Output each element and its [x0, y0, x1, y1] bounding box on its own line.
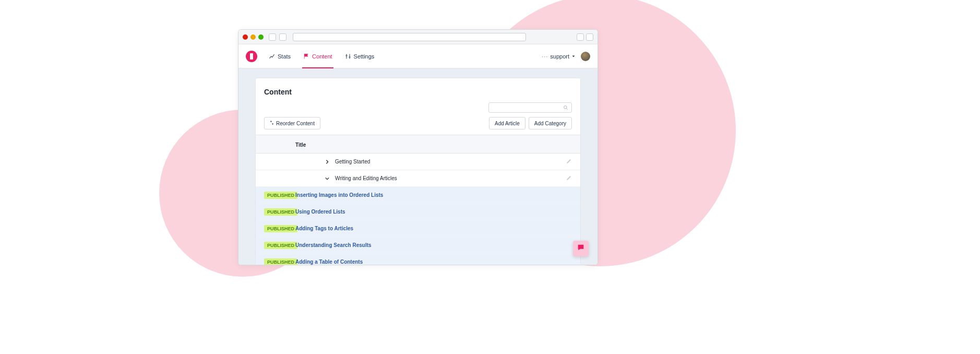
- nav-forward-button[interactable]: [279, 33, 286, 41]
- category-row[interactable]: Getting Started: [256, 154, 580, 170]
- article-title[interactable]: Understanding Search Results: [295, 242, 372, 248]
- toolbar-button-b[interactable]: [586, 33, 593, 41]
- add-category-button[interactable]: Add Category: [529, 117, 572, 129]
- reorder-label: Reorder Content: [276, 121, 315, 126]
- status-badge: PUBLISHED: [264, 225, 297, 232]
- chat-icon: [577, 243, 585, 254]
- article-row[interactable]: PUBLISHED Using Ordered Lists: [256, 204, 580, 220]
- user-avatar[interactable]: [581, 52, 590, 61]
- nav-settings[interactable]: Settings: [345, 44, 375, 68]
- article-row[interactable]: PUBLISHED Understanding Search Results: [256, 237, 580, 254]
- app-body: Content Reorder Content: [238, 68, 597, 265]
- svg-line-5: [567, 109, 568, 110]
- article-title[interactable]: Using Ordered Lists: [295, 209, 345, 215]
- maximize-window-button[interactable]: [258, 34, 264, 40]
- table-header: Title: [256, 135, 580, 154]
- nav-stats-label: Stats: [278, 53, 291, 60]
- more-icon: ···: [542, 53, 548, 60]
- add-article-label: Add Article: [495, 121, 520, 126]
- status-badge: PUBLISHED: [264, 242, 297, 249]
- chevron-right-icon: [325, 159, 330, 164]
- category-row[interactable]: Writing and Editing Articles: [256, 170, 580, 187]
- chevron-down-icon: [325, 176, 330, 181]
- edit-icon[interactable]: [566, 158, 572, 165]
- status-badge: PUBLISHED: [264, 192, 297, 199]
- add-article-button[interactable]: Add Article: [489, 117, 525, 129]
- app-logo[interactable]: [246, 51, 257, 62]
- svg-point-2: [345, 55, 346, 56]
- nav-content[interactable]: Content: [303, 44, 332, 68]
- nav-stats[interactable]: Stats: [269, 44, 291, 68]
- content-card: Content Reorder Content: [255, 78, 581, 265]
- article-row[interactable]: PUBLISHED Inserting Images into Ordered …: [256, 187, 580, 204]
- window-titlebar: [238, 30, 597, 44]
- search-input[interactable]: [488, 102, 572, 113]
- browser-window: Stats Content Settings ··· support: [238, 29, 598, 265]
- nav-settings-label: Settings: [354, 53, 375, 60]
- article-title[interactable]: Adding Tags to Articles: [295, 226, 353, 231]
- search-icon: [563, 103, 568, 112]
- status-badge: PUBLISHED: [264, 208, 297, 216]
- app-nav: Stats Content Settings ··· support: [238, 44, 597, 68]
- sliders-icon: [345, 53, 351, 60]
- article-title[interactable]: Adding a Table of Contents: [295, 259, 363, 265]
- stats-icon: [269, 53, 275, 60]
- window-controls: [243, 34, 264, 40]
- reorder-icon: [270, 120, 274, 126]
- article-row[interactable]: PUBLISHED Adding a Table of Contents: [256, 254, 580, 265]
- support-label: support: [550, 53, 569, 60]
- page-title: Content: [264, 88, 572, 96]
- svg-point-3: [349, 56, 350, 57]
- caret-down-icon: [571, 53, 576, 60]
- support-dropdown[interactable]: ··· support: [542, 53, 576, 60]
- reorder-content-button[interactable]: Reorder Content: [264, 117, 320, 129]
- nav-content-label: Content: [312, 53, 332, 60]
- close-window-button[interactable]: [243, 34, 248, 40]
- minimize-window-button[interactable]: [250, 34, 256, 40]
- nav-back-button[interactable]: [269, 33, 276, 41]
- article-title[interactable]: Inserting Images into Ordered Lists: [295, 192, 383, 198]
- status-badge: PUBLISHED: [264, 258, 297, 265]
- add-category-label: Add Category: [534, 121, 566, 126]
- toolbar-button-a[interactable]: [577, 33, 584, 41]
- address-bar[interactable]: [293, 33, 526, 41]
- article-row[interactable]: PUBLISHED Adding Tags to Articles: [256, 220, 580, 237]
- chat-widget-button[interactable]: [573, 241, 589, 256]
- category-title: Writing and Editing Articles: [335, 175, 397, 181]
- category-title: Getting Started: [335, 159, 370, 164]
- svg-point-4: [564, 106, 567, 109]
- edit-icon[interactable]: [566, 175, 572, 182]
- th-title: Title: [295, 142, 306, 148]
- flag-icon: [303, 53, 309, 60]
